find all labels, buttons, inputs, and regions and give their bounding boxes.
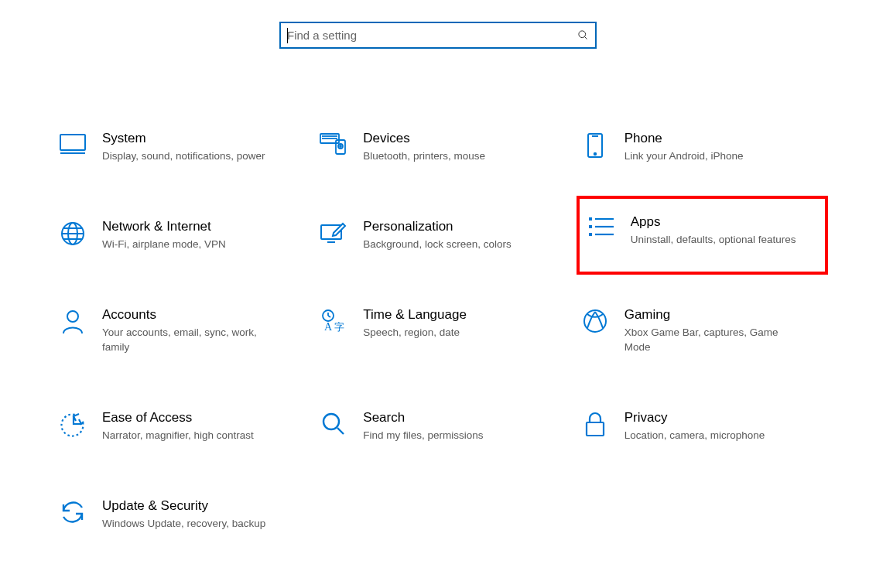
tile-title: Apps [631, 214, 796, 230]
gaming-icon [577, 307, 614, 333]
tile-desc: Location, camera, microphone [624, 429, 765, 443]
svg-rect-20 [589, 217, 592, 220]
tile-title: System [102, 131, 265, 146]
tile-gaming[interactable]: Gaming Xbox Game Bar, captures, Game Mod… [577, 303, 822, 358]
svg-point-32 [584, 310, 606, 332]
text-caret [287, 28, 288, 43]
tile-title: Devices [363, 131, 485, 146]
tile-title: Search [363, 410, 483, 426]
accounts-icon [54, 307, 91, 335]
search-box[interactable] [279, 22, 597, 49]
search-input[interactable] [287, 29, 577, 42]
tile-desc: Find my files, permissions [363, 429, 483, 443]
tile-network[interactable]: Network & Internet Wi-Fi, airplane mode,… [54, 214, 299, 256]
apps-icon [583, 214, 620, 238]
tile-search[interactable]: Search Find my files, permissions [315, 405, 560, 447]
search-icon [577, 29, 589, 41]
tile-title: Ease of Access [102, 410, 254, 426]
tile-title: Network & Internet [102, 219, 226, 234]
svg-point-0 [579, 31, 586, 38]
network-icon [54, 219, 91, 247]
svg-point-9 [340, 145, 341, 147]
svg-line-1 [584, 36, 587, 39]
svg-rect-2 [60, 135, 85, 150]
tile-desc: Wi-Fi, airplane mode, VPN [102, 238, 226, 251]
update-security-icon [54, 498, 91, 525]
tile-desc: Your accounts, email, sync, work, family [102, 326, 272, 354]
ease-of-access-icon [54, 410, 91, 438]
tile-system[interactable]: System Display, sound, notifications, po… [54, 126, 299, 168]
phone-icon [577, 131, 614, 159]
settings-grid: System Display, sound, notifications, po… [54, 126, 822, 535]
devices-icon [315, 131, 352, 156]
svg-rect-35 [587, 422, 604, 436]
tile-desc: Speech, region, date [363, 326, 467, 340]
tile-title: Privacy [624, 410, 765, 426]
system-icon [54, 131, 91, 156]
svg-rect-22 [589, 233, 592, 236]
svg-line-34 [337, 428, 344, 434]
svg-rect-21 [589, 225, 592, 228]
tile-privacy[interactable]: Privacy Location, camera, microphone [577, 405, 822, 447]
svg-line-29 [328, 316, 330, 317]
svg-text:A: A [324, 321, 333, 333]
tile-desc: Uninstall, defaults, optional features [631, 233, 796, 247]
tile-ease-of-access[interactable]: Ease of Access Narrator, magnifier, high… [54, 405, 299, 447]
svg-point-26 [67, 311, 78, 322]
search-container [54, 22, 822, 49]
tile-update-security[interactable]: Update & Security Windows Update, recove… [54, 494, 299, 535]
tile-title: Personalization [363, 219, 511, 234]
personalization-icon [315, 219, 352, 244]
tile-desc: Bluetooth, printers, mouse [363, 149, 485, 163]
svg-text:字: 字 [334, 321, 344, 333]
tile-apps[interactable]: Apps Uninstall, defaults, optional featu… [577, 196, 828, 275]
tile-time-language[interactable]: A 字 Time & Language Speech, region, date [315, 303, 560, 358]
tile-phone[interactable]: Phone Link your Android, iPhone [577, 126, 822, 168]
tile-title: Phone [624, 131, 744, 146]
tile-title: Gaming [624, 307, 795, 323]
tile-desc: Narrator, magnifier, high contrast [102, 429, 254, 443]
tile-devices[interactable]: Devices Bluetooth, printers, mouse [315, 126, 560, 168]
tile-desc: Display, sound, notifications, power [102, 149, 265, 163]
svg-point-33 [323, 414, 339, 429]
tile-title: Time & Language [363, 307, 467, 323]
time-language-icon: A 字 [315, 307, 352, 333]
svg-point-12 [594, 153, 595, 155]
tile-desc: Windows Update, recovery, backup [102, 517, 265, 531]
tile-title: Update & Security [102, 498, 265, 514]
tile-desc: Xbox Game Bar, captures, Game Mode [624, 326, 795, 354]
search-category-icon [315, 410, 352, 436]
privacy-icon [577, 410, 614, 438]
tile-title: Accounts [102, 307, 272, 323]
tile-personalization[interactable]: Personalization Background, lock screen,… [315, 214, 560, 256]
tile-accounts[interactable]: Accounts Your accounts, email, sync, wor… [54, 303, 299, 358]
tile-desc: Background, lock screen, colors [363, 238, 511, 251]
tile-desc: Link your Android, iPhone [624, 149, 744, 163]
